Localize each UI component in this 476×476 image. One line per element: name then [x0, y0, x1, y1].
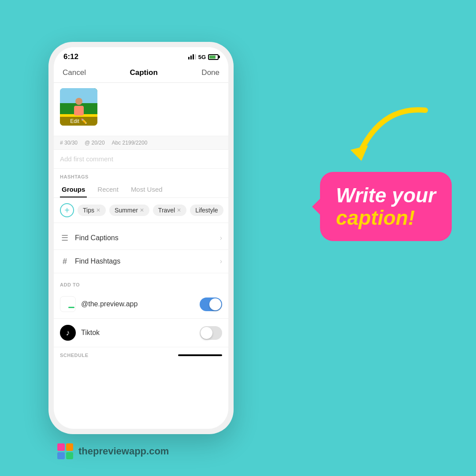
hashtag-count: # 30/30	[60, 140, 78, 146]
tag-chip-lifestyle[interactable]: Lifestyle	[190, 205, 223, 216]
footer-logo	[57, 443, 73, 459]
chip-label: Travel	[158, 207, 175, 214]
thumbnail-figure	[72, 98, 86, 118]
bubble-line1: Write your	[336, 184, 436, 207]
tiktok-toggle-knob	[201, 327, 212, 339]
done-button[interactable]: Done	[201, 68, 219, 77]
network-label: 5G	[198, 54, 206, 60]
phone-screen: 6:12 5G Cancel Caption Done	[54, 47, 228, 429]
tiktok-logo: ♪	[60, 325, 76, 341]
nav-title: Caption	[130, 68, 158, 77]
footer-website: thepreviewapp.com	[78, 446, 169, 457]
figure-body	[74, 106, 84, 115]
comment-placeholder: Add first comment	[60, 155, 113, 163]
preview-app-icon	[60, 296, 76, 312]
cancel-button[interactable]: Cancel	[63, 68, 86, 77]
status-icons: 5G	[188, 54, 219, 60]
menu-section: ☰ Find Captions › # Find Hashtags ›	[54, 227, 228, 273]
logo-cell-1	[57, 443, 65, 451]
add-to-preview-item: @the.preview.app	[54, 290, 228, 319]
find-hashtags-item[interactable]: # Find Hashtags ›	[54, 250, 228, 273]
arrow-annotation	[346, 101, 434, 172]
tiktok-toggle[interactable]	[200, 326, 222, 340]
tiktok-name: Tiktok	[81, 329, 200, 337]
add-to-label: ADD TO	[54, 277, 228, 290]
figure-head	[75, 98, 82, 105]
logo-cell-2	[66, 443, 74, 451]
find-hashtags-label: Find Hashtags	[75, 257, 220, 265]
nav-bar: Cancel Caption Done	[54, 65, 228, 83]
list-icon: ☰	[60, 233, 70, 243]
status-time: 6:12	[63, 52, 78, 61]
footer: thepreviewapp.com	[57, 443, 169, 459]
tag-chip-travel[interactable]: Travel ✕	[153, 205, 186, 216]
find-captions-label: Find Captions	[75, 234, 220, 242]
speech-bubble: Write your caption!	[320, 172, 452, 241]
battery-icon	[208, 54, 219, 60]
add-to-tiktok-item: ♪ Tiktok	[54, 319, 228, 347]
icon-cell-4	[68, 307, 74, 308]
status-bar: 6:12 5G	[54, 47, 228, 65]
post-thumbnail[interactable]: Edit ✏️	[60, 88, 97, 126]
char-count-bar: # 30/30 @ 20/20 Abc 2199/2200	[54, 136, 228, 150]
find-captions-item[interactable]: ☰ Find Captions ›	[54, 227, 228, 250]
caption-area: Edit ✏️	[54, 83, 228, 136]
chevron-right-icon-2: ›	[220, 257, 222, 265]
tag-chip-tips[interactable]: Tips ✕	[78, 205, 106, 216]
signal-icon	[188, 54, 196, 60]
svg-marker-0	[350, 145, 368, 161]
arrow-svg	[346, 101, 434, 172]
tag-chips-row: + Tips ✕ Summer ✕ Travel ✕ Lifestyle	[54, 198, 228, 223]
preview-app-name: @the.preview.app	[81, 300, 200, 308]
logo-cell-3	[57, 452, 65, 460]
remove-summer-button[interactable]: ✕	[140, 207, 144, 213]
schedule-line	[178, 354, 222, 356]
hashtag-tabs: Groups Recent Most Used	[54, 182, 228, 198]
caption-text-field[interactable]	[103, 88, 222, 130]
pencil-icon: ✏️	[81, 118, 87, 124]
tag-chip-summer[interactable]: Summer ✕	[109, 205, 149, 216]
logo-cell-4	[66, 452, 74, 460]
tab-recent[interactable]: Recent	[96, 182, 120, 197]
tiktok-symbol: ♪	[66, 328, 70, 338]
chip-label: Summer	[115, 207, 138, 214]
preview-toggle[interactable]	[200, 298, 222, 311]
comment-area[interactable]: Add first comment	[54, 150, 228, 169]
chip-label: Tips	[83, 207, 94, 214]
mention-count: @ 20/20	[85, 140, 105, 146]
bubble-line2: caption!	[336, 207, 436, 229]
add-tag-button[interactable]: +	[60, 203, 74, 217]
remove-tips-button[interactable]: ✕	[96, 207, 100, 213]
battery-fill	[209, 56, 216, 59]
tab-groups[interactable]: Groups	[60, 182, 87, 197]
toggle-knob	[209, 298, 221, 310]
schedule-label: SCHEDULE	[60, 353, 89, 358]
chip-label: Lifestyle	[195, 207, 218, 214]
hashtags-label: HASHTAGS	[54, 169, 228, 182]
chevron-right-icon: ›	[220, 234, 222, 242]
phone-mockup: 6:12 5G Cancel Caption Done	[48, 42, 234, 434]
edit-overlay[interactable]: Edit ✏️	[60, 117, 97, 126]
tab-most-used[interactable]: Most Used	[129, 182, 164, 197]
remove-travel-button[interactable]: ✕	[177, 207, 181, 213]
add-to-section: ADD TO @the.preview.app	[54, 277, 228, 347]
schedule-bar: SCHEDULE	[54, 347, 228, 363]
tiktok-icon: ♪	[60, 325, 76, 341]
char-count: Abc 2199/2200	[112, 140, 148, 146]
edit-label: Edit	[70, 118, 79, 124]
hashtags-section: HASHTAGS Groups Recent Most Used + Tips …	[54, 169, 228, 223]
hashtag-icon: #	[60, 257, 70, 266]
